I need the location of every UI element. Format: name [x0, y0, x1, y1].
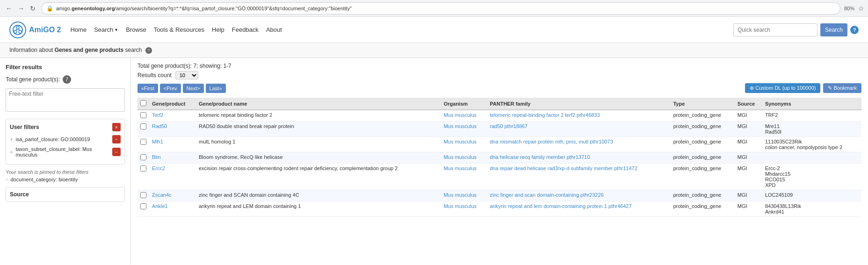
row-checkbox-cell[interactable] — [137, 164, 149, 190]
nav-tools-resources[interactable]: Tools & Resources — [154, 26, 204, 33]
row-synonyms-6: 8430438L13Rik Ankrd41 — [762, 201, 861, 217]
row-checkbox-cell[interactable] — [137, 137, 149, 152]
table-row: Terf2 telomeric repeat binding factor 2 … — [137, 110, 861, 122]
select-all-col[interactable] — [137, 98, 149, 110]
prev-page-button[interactable]: <Prev — [160, 84, 181, 93]
row-source-3: MGI — [735, 152, 762, 164]
app-header: AmiGO 2 Home Search ▼ Browse Tools & Res… — [0, 17, 868, 43]
browser-bar: ← → ↻ 🔒 amigo.geneontology.org/amigo/sea… — [0, 0, 868, 17]
browser-nav[interactable]: ← → ↻ — [4, 4, 37, 13]
select-all-checkbox[interactable] — [140, 100, 146, 106]
nav-home[interactable]: Home — [70, 26, 87, 33]
organism-link-6[interactable]: Mus musculus — [444, 203, 477, 209]
bookmark-button[interactable]: ✎ Bookmark — [823, 83, 861, 93]
info-question-icon[interactable]: ? — [145, 47, 152, 54]
results-table: Gene/product Gene/product name Organism … — [137, 98, 861, 217]
pagination-row: «First <Prev Next> Last» ⊕ Custom DL (up… — [137, 83, 861, 93]
reload-button[interactable]: ↻ — [28, 4, 37, 13]
organism-link-0[interactable]: Mus musculus — [444, 112, 477, 118]
bookmark-star-icon[interactable]: ☆ — [858, 5, 864, 12]
search-button[interactable]: Search — [820, 23, 847, 36]
col-organism: Organism — [441, 98, 487, 110]
row-source-1: MGI — [735, 122, 762, 137]
panther-link-6[interactable]: ankyrin repeat and lem domain-containing… — [490, 203, 631, 209]
row-checkbox-cell[interactable] — [137, 110, 149, 122]
nav-search[interactable]: Search ▼ — [94, 26, 118, 33]
row-checkbox-2[interactable] — [140, 139, 146, 145]
help-icon[interactable]: ? — [850, 26, 859, 34]
row-gene-3: Blm — [149, 152, 196, 164]
back-button[interactable]: ← — [4, 4, 14, 13]
filter-plus-icon-0: + — [10, 136, 13, 142]
remove-filter-0-button[interactable]: − — [112, 135, 121, 143]
row-gene-4: Ercc2 — [149, 164, 196, 190]
gene-link-2[interactable]: Mlh1 — [152, 139, 163, 144]
organism-link-2[interactable]: Mus musculus — [444, 139, 477, 144]
organism-link-1[interactable]: Mus musculus — [444, 123, 477, 129]
remove-all-filters-button[interactable]: × — [112, 123, 121, 131]
row-checkbox-3[interactable] — [140, 154, 146, 160]
row-type-1: protein_coding_gene — [670, 122, 734, 137]
panther-link-0[interactable]: telomeric repeat-binding factor 2 terf2 … — [490, 112, 600, 118]
row-checkbox-6[interactable] — [140, 203, 146, 209]
gene-link-0[interactable]: Terf2 — [152, 112, 163, 118]
first-page-button[interactable]: «First — [137, 84, 158, 93]
gene-link-6[interactable]: Ankle1 — [152, 203, 168, 209]
nav-about[interactable]: About — [266, 26, 282, 33]
row-checkbox-cell[interactable] — [137, 122, 149, 137]
row-organism-1: Mus musculus — [441, 122, 487, 137]
table-row: Blm Bloom syndrome, RecQ like helicase M… — [137, 152, 861, 164]
row-checkbox-cell[interactable] — [137, 190, 149, 201]
row-source-0: MGI — [735, 110, 762, 122]
row-organism-4: Mus musculus — [441, 164, 487, 190]
filter-text-0: isa_partof_closure: GO:0000019 — [15, 136, 109, 142]
nav-help[interactable]: Help — [212, 26, 224, 33]
results-count-select[interactable]: 10 25 50 100 — [175, 71, 198, 79]
custom-dl-button[interactable]: ⊕ Custom DL (up to 100000) — [745, 83, 820, 93]
gene-link-1[interactable]: Rad50 — [152, 123, 167, 129]
next-page-button[interactable]: Next> — [183, 84, 204, 93]
gene-link-4[interactable]: Ercc2 — [152, 165, 165, 171]
panther-link-4[interactable]: dna repair dead helicase rad3/xp-d subfa… — [490, 165, 637, 171]
row-checkbox-1[interactable] — [140, 123, 146, 129]
row-checkbox-4[interactable] — [140, 165, 146, 172]
panther-link-5[interactable]: zinc finger and scan domain-containing p… — [490, 192, 603, 198]
last-page-button[interactable]: Last» — [206, 84, 226, 93]
row-gene-2: Mlh1 — [149, 137, 196, 152]
nav-feedback[interactable]: Feedback — [232, 26, 259, 33]
gene-link-3[interactable]: Blm — [152, 154, 161, 160]
row-synonyms-5: LOC245109 — [762, 190, 861, 201]
row-gene-6: Ankle1 — [149, 201, 196, 217]
url-text: amigo.geneontology.org/amigo/search/bioe… — [56, 6, 835, 11]
organism-link-5[interactable]: Mus musculus — [444, 192, 477, 198]
row-type-0: protein_coding_gene — [670, 110, 734, 122]
row-checkbox-cell[interactable] — [137, 152, 149, 164]
panther-link-2[interactable]: dna mismatch repair protein mlh, pms, mu… — [490, 139, 613, 144]
info-text: Information about — [9, 47, 53, 53]
organism-link-3[interactable]: Mus musculus — [444, 154, 477, 160]
row-type-2: protein_coding_gene — [670, 137, 734, 152]
logo: AmiGO 2 — [9, 21, 61, 38]
row-synonyms-2: 1110035C23Rik colon cancer, nonpolyposis… — [762, 137, 861, 152]
total-gene-products-label: Total gene product(s): — [6, 76, 60, 83]
info-text2: search — [125, 47, 142, 53]
remove-filter-1-button[interactable]: − — [112, 148, 121, 156]
table-row: Rad50 RAD50 double strand break repair p… — [137, 122, 861, 137]
panther-link-1[interactable]: rad50 pthr18867 — [490, 123, 528, 129]
free-text-filter[interactable] — [6, 88, 125, 112]
row-checkbox-5[interactable] — [140, 192, 146, 198]
gene-link-5[interactable]: Zscan4c — [152, 192, 172, 198]
address-bar[interactable]: 🔒 amigo.geneontology.org/amigo/search/bi… — [41, 2, 840, 14]
count-badge: 7 — [63, 75, 71, 84]
row-checkbox-cell[interactable] — [137, 201, 149, 217]
row-name-4: excision repair cross-complementing rode… — [196, 164, 441, 190]
nav-browse[interactable]: Browse — [126, 26, 146, 33]
panther-link-3[interactable]: dna helicase recq family member pthr1371… — [490, 154, 590, 160]
user-filters-header: User filters × — [10, 123, 121, 131]
sidebar: Filter results Total gene product(s): 7 … — [0, 58, 131, 265]
organism-link-4[interactable]: Mus musculus — [444, 165, 477, 171]
row-checkbox-0[interactable] — [140, 112, 146, 118]
forward-button[interactable]: → — [16, 4, 26, 13]
col-gene: Gene/product — [149, 98, 196, 110]
quick-search-input[interactable] — [733, 23, 817, 36]
